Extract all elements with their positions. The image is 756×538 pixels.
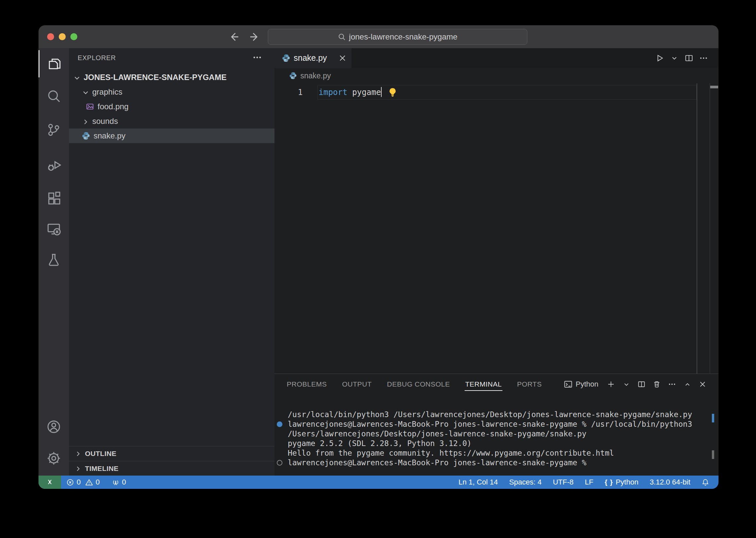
settings-gear-icon[interactable] <box>38 443 69 474</box>
terminal-overview-mark <box>712 450 714 459</box>
terminal-shell-selector[interactable]: Python <box>564 380 599 389</box>
tree-root-label: JONES-LAWRENCE-SNAKE-PYGAME <box>84 73 227 82</box>
command-center-search[interactable]: jones-lawrence-snake-pygame <box>268 29 527 45</box>
tab-output[interactable]: OUTPUT <box>342 376 372 393</box>
python-interpreter-status[interactable]: 3.12.0 64-bit <box>650 478 690 487</box>
close-panel-icon[interactable] <box>698 380 707 389</box>
terminal-line: pygame 2.5.2 (SDL 2.28.3, Python 3.12.0) <box>288 439 709 448</box>
terminal-line: /usr/local/bin/python3 /Users/lawrencejo… <box>288 410 709 419</box>
testing-icon[interactable] <box>38 244 69 275</box>
search-view-icon[interactable] <box>38 80 69 112</box>
overview-ruler-border <box>710 83 710 374</box>
launch-profile-chevron-icon[interactable] <box>622 380 631 389</box>
encoding-status[interactable]: UTF-8 <box>553 478 573 487</box>
kill-terminal-icon[interactable] <box>652 380 661 389</box>
tree-item-label: snake.py <box>94 131 125 140</box>
breadcrumb-label: snake.py <box>300 71 331 80</box>
lightbulb-icon[interactable] <box>387 87 398 98</box>
code-text: pygame <box>347 88 381 97</box>
tree-item-graphics[interactable]: graphics <box>69 85 274 99</box>
error-icon <box>66 479 74 486</box>
screen: jones-lawrence-snake-pygame <box>0 0 756 538</box>
error-count: 0 <box>77 478 81 487</box>
close-window-button[interactable] <box>47 33 54 40</box>
run-dropdown-chevron-icon[interactable] <box>669 53 679 63</box>
text-cursor <box>381 87 382 97</box>
notifications-bell-icon[interactable] <box>702 479 709 486</box>
split-editor-icon[interactable] <box>684 53 694 63</box>
terminal-icon <box>564 380 572 389</box>
code-line-1: import pygame <box>319 85 382 100</box>
tree-item-label: food.png <box>98 102 128 111</box>
sidebar-header: EXPLORER <box>69 48 274 67</box>
terminal-line: lawrencejones@Lawrences-MacBook-Pro jone… <box>288 419 709 429</box>
terminal-output[interactable]: /usr/local/bin/python3 /Users/lawrencejo… <box>274 406 718 476</box>
explorer-more-actions-icon[interactable] <box>253 53 262 62</box>
tab-debug-console[interactable]: DEBUG CONSOLE <box>387 376 450 393</box>
accounts-icon[interactable] <box>38 411 69 442</box>
language-mode-status[interactable]: { } Python <box>605 478 639 487</box>
terminal-more-actions-icon[interactable] <box>667 380 677 389</box>
run-debug-icon[interactable] <box>38 149 69 181</box>
chevron-down-icon <box>82 89 89 95</box>
new-terminal-icon[interactable] <box>606 380 616 389</box>
forwarded-ports-status[interactable]: 0 <box>112 478 126 487</box>
extensions-icon[interactable] <box>38 183 69 214</box>
bottom-panel: PROBLEMS OUTPUT DEBUG CONSOLE TERMINAL P… <box>274 374 718 476</box>
remote-explorer-icon[interactable] <box>38 213 69 244</box>
editor-group: snake.py <box>274 48 718 476</box>
command-decoration-success-icon[interactable] <box>277 421 282 427</box>
tree-item-snake-py[interactable]: snake.py <box>69 129 274 143</box>
chevron-right-icon <box>75 466 81 472</box>
outline-label: OUTLINE <box>85 450 116 458</box>
navigate-back-button[interactable] <box>228 32 239 42</box>
title-bar: jones-lawrence-snake-pygame <box>38 25 718 48</box>
tree-item-sounds[interactable]: sounds <box>69 114 274 129</box>
radio-tower-icon <box>112 479 119 486</box>
tree-item-label: graphics <box>92 87 122 97</box>
indentation-status[interactable]: Spaces: 4 <box>509 478 542 487</box>
problems-status[interactable]: 0 0 <box>66 478 100 487</box>
command-decoration-prompt-icon[interactable] <box>277 460 282 466</box>
outline-section-header[interactable]: OUTLINE <box>69 446 274 461</box>
breadcrumb[interactable]: snake.py <box>274 68 718 83</box>
remote-indicator[interactable] <box>38 476 61 489</box>
maximize-panel-icon[interactable] <box>683 380 692 389</box>
tab-snake-py[interactable]: snake.py <box>274 48 351 68</box>
tab-problems[interactable]: PROBLEMS <box>287 376 327 393</box>
warning-count: 0 <box>96 478 100 487</box>
tree-root-folder[interactable]: JONES-LAWRENCE-SNAKE-PYGAME <box>69 70 274 85</box>
timeline-section-header[interactable]: TIMELINE <box>69 461 274 476</box>
split-terminal-icon[interactable] <box>637 380 646 389</box>
close-tab-icon[interactable] <box>338 54 347 62</box>
python-file-icon <box>282 54 290 62</box>
cursor-position-status[interactable]: Ln 1, Col 14 <box>459 478 498 487</box>
editor-ruler <box>697 83 697 374</box>
overview-ruler-cursor-mark <box>710 86 718 88</box>
editor-actions <box>655 48 709 68</box>
warning-icon <box>85 479 93 486</box>
editor-tab-strip: snake.py <box>274 48 718 68</box>
chevron-down-icon <box>74 74 80 81</box>
explorer-sidebar: EXPLORER JONES-LAWRENCE-SNAKE-PYGAME gra… <box>69 48 274 476</box>
navigate-forward-button[interactable] <box>250 32 260 42</box>
editor-more-actions-icon[interactable] <box>699 53 709 63</box>
terminal-line: lawrencejones@Lawrences-MacBook-Pro jone… <box>288 458 709 468</box>
tab-ports[interactable]: PORTS <box>517 376 542 393</box>
activity-bar <box>38 48 69 476</box>
explorer-icon[interactable] <box>38 48 69 79</box>
image-file-icon <box>86 102 94 111</box>
zoom-window-button[interactable] <box>70 33 77 40</box>
code-keyword: import <box>319 88 347 97</box>
remote-icon <box>46 479 53 486</box>
eol-status[interactable]: LF <box>585 478 593 487</box>
run-python-file-icon[interactable] <box>655 53 665 63</box>
source-control-icon[interactable] <box>38 114 69 145</box>
tab-terminal[interactable]: TERMINAL <box>465 376 502 393</box>
timeline-label: TIMELINE <box>85 465 118 473</box>
tree-item-food-png[interactable]: food.png <box>69 99 274 114</box>
chevron-right-icon <box>75 451 81 457</box>
status-bar: 0 0 0 Ln 1, Col 14 Spaces: <box>38 476 718 489</box>
chevron-right-icon <box>82 118 89 125</box>
minimize-window-button[interactable] <box>59 33 66 40</box>
